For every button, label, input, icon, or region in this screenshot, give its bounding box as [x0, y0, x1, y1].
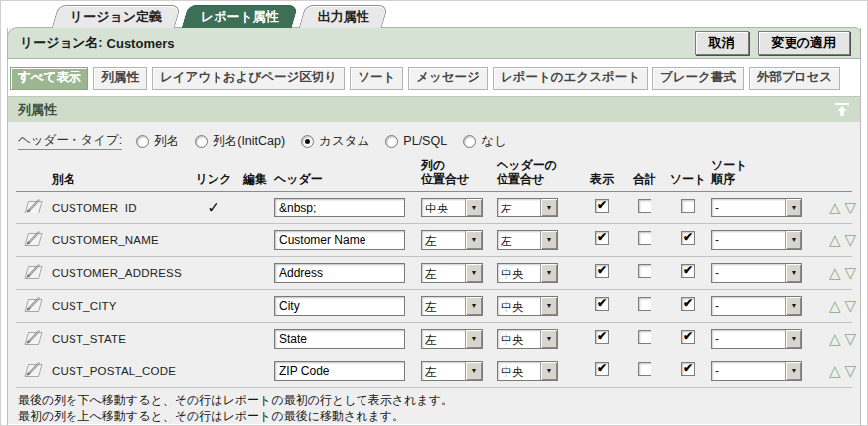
move-up-icon[interactable]: △ [829, 363, 841, 378]
tab-label: レポート属性 [201, 8, 279, 26]
column-alignment-select[interactable]: 左 ▼ [421, 263, 483, 283]
table-row: CUSTOMER_NAME ✓ ✓ 左 ▼ 左 ▼ - ▼ △ ▽ [16, 224, 852, 257]
sum-checkbox[interactable] [638, 199, 651, 213]
dropdown-arrow-icon: ▼ [540, 264, 557, 282]
filter-button[interactable]: 外部プロセス [749, 67, 840, 90]
header-type-radio[interactable] [463, 135, 476, 148]
sort-checkbox[interactable] [681, 231, 695, 245]
show-checkbox[interactable] [595, 297, 609, 311]
dropdown-arrow-icon: ▼ [785, 330, 801, 348]
tab[interactable]: 出力属性 [299, 5, 389, 28]
move-down-icon[interactable]: ▽ [844, 232, 856, 247]
move-down-icon[interactable]: ▽ [844, 200, 856, 214]
sort-checkbox[interactable] [681, 330, 695, 344]
heading-input[interactable] [274, 296, 405, 316]
heading-alignment-select[interactable]: 中央 ▼ [497, 263, 558, 283]
move-up-icon[interactable]: △ [829, 331, 841, 346]
heading-alignment-select[interactable]: 中央 ▼ [497, 329, 558, 349]
sort-sequence-select[interactable]: - ▼ [711, 263, 802, 283]
move-down-icon[interactable]: ▽ [844, 265, 856, 280]
filter-button[interactable]: 列属性 [93, 67, 147, 90]
heading-alignment-select[interactable]: 中央 ▼ [497, 361, 558, 381]
sum-checkbox[interactable] [638, 264, 651, 278]
column-alignment-select[interactable]: 中央 ▼ [421, 198, 483, 217]
edit-pencil-icon[interactable] [22, 229, 44, 250]
edit-pencil-icon[interactable] [22, 328, 44, 349]
header-type-radio[interactable] [136, 135, 149, 148]
dropdown-arrow-icon: ▼ [465, 330, 482, 348]
dropdown-arrow-icon: ▼ [540, 297, 557, 315]
sort-sequence-value: - [712, 330, 785, 348]
filter-button[interactable]: メッセージ [408, 67, 488, 90]
sum-checkbox[interactable] [638, 231, 651, 245]
header-type-radio[interactable] [385, 135, 398, 148]
filter-button[interactable]: ブレーク書式 [652, 67, 744, 90]
show-checkbox[interactable] [595, 362, 609, 376]
heading-input[interactable] [274, 329, 405, 349]
heading-input[interactable] [274, 361, 405, 381]
move-down-icon[interactable]: ▽ [844, 298, 856, 313]
sum-checkbox[interactable] [638, 297, 651, 311]
sort-checkbox[interactable] [681, 264, 695, 278]
move-up-icon[interactable]: △ [829, 298, 841, 313]
apply-changes-button[interactable]: 変更の適用 [758, 31, 850, 55]
edit-pencil-icon[interactable] [22, 262, 44, 283]
column-alignment-select[interactable]: 左 ▼ [421, 296, 483, 316]
sort-sequence-select[interactable]: - ▼ [711, 230, 802, 250]
tab[interactable]: レポート属性 [182, 5, 299, 28]
heading-input[interactable] [274, 198, 405, 217]
edit-pencil-icon[interactable] [22, 295, 44, 316]
column-alignment-select[interactable]: 左 ▼ [421, 361, 483, 381]
move-up-icon[interactable]: △ [829, 232, 841, 247]
sort-checkbox[interactable] [681, 297, 695, 311]
heading-alignment-select[interactable]: 中央 ▼ [497, 296, 558, 316]
heading-alignment-value: 左 [498, 199, 540, 216]
move-up-icon[interactable]: △ [829, 265, 841, 280]
col-header-link: リンク [196, 173, 232, 187]
sort-sequence-select[interactable]: - ▼ [711, 296, 802, 316]
sort-sequence-select[interactable]: - ▼ [711, 361, 802, 381]
heading-alignment-value: 中央 [498, 362, 540, 380]
column-alignment-select[interactable]: 左 ▼ [421, 329, 483, 349]
cancel-button[interactable]: 取消 [695, 31, 749, 55]
move-down-icon[interactable]: ▽ [844, 363, 856, 378]
dropdown-arrow-icon: ▼ [540, 199, 557, 216]
move-down-icon[interactable]: ▽ [844, 331, 856, 346]
heading-alignment-select[interactable]: 左 ▼ [497, 198, 558, 217]
edit-pencil-icon[interactable] [22, 197, 44, 217]
heading-alignment-select[interactable]: 左 ▼ [497, 230, 558, 250]
filter-button-label: メッセージ [416, 71, 480, 84]
filter-button[interactable]: ソート [350, 67, 403, 90]
dropdown-arrow-icon: ▼ [785, 297, 801, 315]
filter-button[interactable]: レイアウトおよびページ区切り [152, 67, 345, 90]
heading-input[interactable] [274, 230, 405, 250]
column-alignment-select[interactable]: 左 ▼ [421, 230, 483, 250]
col-header-alias: 別名 [52, 173, 191, 187]
show-checkbox[interactable] [595, 264, 609, 278]
sort-sequence-select[interactable]: - ▼ [711, 329, 802, 349]
sort-checkbox[interactable] [681, 362, 695, 376]
column-alignment-value: 左 [422, 297, 465, 315]
panel: リージョン名: Customers 取消 変更の適用 すべて表示列属性レイアウト… [7, 28, 861, 426]
sum-checkbox[interactable] [638, 362, 651, 376]
sort-checkbox[interactable] [681, 199, 695, 213]
filter-bar: すべて表示列属性レイアウトおよびページ区切りソートメッセージレポートのエクスポー… [8, 59, 860, 96]
heading-input[interactable] [274, 263, 405, 283]
header-type-radio[interactable] [195, 135, 208, 148]
move-up-icon[interactable]: △ [829, 200, 841, 214]
edit-pencil-icon[interactable] [22, 360, 44, 381]
sort-sequence-select[interactable]: - ▼ [711, 198, 802, 217]
collapse-to-top-icon[interactable] [834, 102, 850, 117]
tab[interactable]: リージョン定義 [52, 5, 182, 28]
filter-button[interactable]: レポートのエクスポート [493, 67, 648, 90]
show-checkbox[interactable] [595, 199, 609, 213]
filter-button[interactable]: すべて表示 [10, 67, 88, 90]
table-row: CUSTOMER_ADDRESS ✓ ✓ 左 ▼ 中央 ▼ - ▼ △ [16, 257, 852, 290]
table-row: CUSTOMER_ID ✓ ✓ 中央 ▼ 左 ▼ - ▼ △ ▽ [16, 192, 852, 224]
show-checkbox[interactable] [595, 231, 609, 245]
header-type-radio[interactable] [301, 135, 314, 148]
header-type-label[interactable]: ヘッダー・タイプ: [18, 132, 122, 150]
show-checkbox[interactable] [595, 330, 609, 344]
sum-checkbox[interactable] [638, 330, 651, 344]
col-header-column-alignment: 列の 位置合せ [421, 159, 497, 187]
